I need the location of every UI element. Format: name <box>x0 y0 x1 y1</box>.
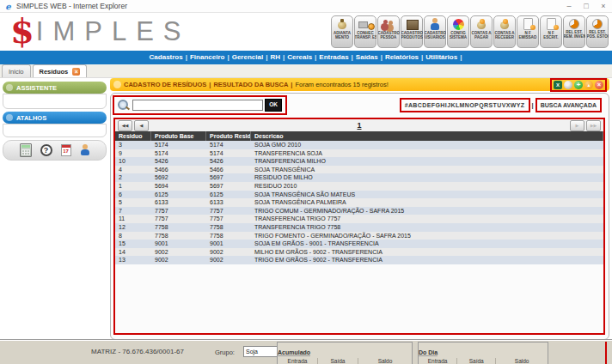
document-icon <box>520 18 536 30</box>
toolbar-button-label: PAGAR <box>471 35 493 39</box>
quick-access-toolbar: ADIANTAMENTOCONHECTRANSP. ESCRIT.CADASTR… <box>331 15 609 48</box>
table-cell: 7758 <box>206 232 251 240</box>
close-button[interactable]: × <box>595 1 612 12</box>
next-page-button[interactable]: ▶ <box>570 120 584 131</box>
prev-page-button[interactable]: ◀ <box>134 120 149 131</box>
help-icon[interactable]: ? <box>40 144 52 156</box>
table-row[interactable]: 951745174TRANSFERENCIA SOJA <box>115 149 603 158</box>
calendar-day: 17 <box>62 149 70 154</box>
table-row[interactable]: 877587758TRIGO FOMENTO - GERMINADO/RAÇÃO… <box>115 232 603 240</box>
table-cell: 7757 <box>206 215 251 223</box>
table-row[interactable]: 256925697RESIDUO DE MILHO <box>115 173 603 182</box>
toolbar-button-label: MENTO <box>332 35 353 39</box>
export-excel-icon[interactable]: X <box>554 81 562 89</box>
table-cell: 9002 <box>206 248 251 257</box>
calendar-icon[interactable]: 17 <box>61 144 71 156</box>
results-table-body: 351745174SOJA GMO 2010951745174TRANSFERE… <box>115 141 603 264</box>
sidebar-assistente-header[interactable]: ASSISTENTE <box>3 82 107 94</box>
table-row[interactable]: 1277587758TRANSFERENCIA TRIGO 7758 <box>115 223 603 232</box>
table-row[interactable]: 1054265426TRANSFERENCIA MILHO <box>115 157 603 166</box>
menu-item-utilitários[interactable]: Utilitários <box>425 53 457 61</box>
assistente-label: ASSISTENTE <box>16 84 57 92</box>
user-icon[interactable] <box>80 144 90 156</box>
table-row[interactable]: 1490029002MILHO EM GRÃOS - 9002 - TRANSF… <box>115 248 603 257</box>
advanced-search-link[interactable]: BUSCA AVANÇADA <box>536 98 602 112</box>
table-cell: 10 <box>115 157 151 166</box>
table-row[interactable]: 561336133SOJA TRANSGÊNICA PALMEIRA <box>115 198 603 207</box>
menu-item-financeiro[interactable]: Financeiro <box>190 53 224 61</box>
adiantamento-button[interactable]: ADIANTAMENTO <box>331 15 353 48</box>
table-row[interactable]: 777577757TRIGO COMUM - GERMINADO/RAÇÃO -… <box>115 207 603 215</box>
menu-item-cereais[interactable]: Cereais <box>287 53 312 61</box>
table-cell: 7758 <box>151 232 206 240</box>
table-cell: 3 <box>115 141 151 149</box>
tab-close-icon[interactable]: × <box>72 68 80 76</box>
pagination-bar: ◀◀ ◀ 1 ▶ ▶▶ <box>115 119 603 131</box>
stats-acumulado: Acumulado EntradaSaídaSaldo 29,2000,0002… <box>277 342 413 364</box>
print-icon[interactable] <box>564 81 572 89</box>
menu-item-rh[interactable]: RH <box>270 53 280 61</box>
close-panel-icon[interactable]: × <box>595 81 603 89</box>
last-page-button[interactable]: ▶▶ <box>586 120 601 131</box>
menu-separator: | <box>381 53 382 61</box>
tab-inicio[interactable]: Inicio <box>2 64 31 77</box>
rel-remessa-inventario-button[interactable]: REL EST.REM. INVENTÁRIO <box>563 15 585 48</box>
cadastro-usuarios-button[interactable]: CADASTROUSUÁRIOS <box>424 15 446 48</box>
table-cell: 6125 <box>151 191 206 199</box>
table-cell: 5694 <box>151 182 206 191</box>
config-sistema-button[interactable]: CONFIGSISTEMA <box>447 15 469 48</box>
nf-escrituracao-button[interactable]: N FESCRIT. <box>540 15 562 48</box>
table-cell: 5174 <box>151 141 206 149</box>
table-row[interactable]: 156945697RESIDUO 2010 <box>115 182 603 191</box>
conhec-transporte-button[interactable]: CONHECTRANSP. ESCRIT. <box>354 15 376 48</box>
sidebar-atalhos-header[interactable]: ATALHOS <box>3 112 107 124</box>
ok-button[interactable]: OK <box>265 99 282 112</box>
scroll-top-icon[interactable]: ▲ <box>584 81 593 89</box>
table-cell: TRIGO COMUM - GERMINADO/RAÇÃO - SAFRA 20… <box>251 207 603 215</box>
add-icon[interactable]: + <box>574 81 583 89</box>
money-bag-icon <box>334 18 350 30</box>
page-number[interactable]: 1 <box>150 121 569 130</box>
stats-title: Do Dia <box>419 349 438 356</box>
table-row[interactable]: 351745174SOJA GMO 2010 <box>115 141 603 149</box>
table-cell: MILHO EM GRÃOS - 9002 - TRANSFERENCIA <box>251 248 603 257</box>
main-panel: CADASTRO DE RESÍDUOS | RESULTADO DA BUSC… <box>110 78 609 343</box>
search-input[interactable] <box>132 100 263 111</box>
tab-residuos[interactable]: Resíduos × <box>33 64 88 77</box>
table-row[interactable]: 1390029002TRIGO EM GRÃOS - 9002 - TRANSF… <box>115 256 603 264</box>
menu-item-entradas[interactable]: Entradas <box>319 53 348 61</box>
results-table-header: ResiduoProduto BaseProduto ResiduoDescri… <box>115 131 603 141</box>
table-row[interactable]: 1177577757TRANSFERENCIA TRIGO 7757 <box>115 215 603 223</box>
maximize-button[interactable]: □ <box>578 1 595 12</box>
table-header-cell: Descricao <box>251 131 603 141</box>
menu-item-saídas[interactable]: Saídas <box>356 53 378 61</box>
table-cell: 7757 <box>206 207 251 215</box>
menu-item-gerencial[interactable]: Gerencial <box>232 53 263 61</box>
cadastro-pessoa-button[interactable]: CADASTROPESSOA <box>377 15 400 48</box>
cadastro-produtos-button[interactable]: CADASTROPRODUTOS <box>401 15 423 48</box>
rel-pos-estoque-button[interactable]: REL EST.POS. ESTOQUE <box>586 15 609 48</box>
tab-bar: Inicio Resíduos × <box>0 64 612 78</box>
table-cell: 7758 <box>151 223 206 232</box>
search-icon <box>118 100 129 111</box>
menu-item-relatórios[interactable]: Relatórios <box>385 53 419 61</box>
nf-emissao-button[interactable]: N FEMISSÃO <box>517 15 539 48</box>
calculator-icon[interactable] <box>20 143 32 157</box>
title-bar: e SIMPLES WEB - Internet Explorer – □ × <box>0 0 612 13</box>
contas-a-pagar-button[interactable]: CONTAS APAGAR <box>470 15 493 48</box>
table-row[interactable]: 1590019001SOJA EM GRÃOS - 9001 - TRANSFE… <box>115 240 603 248</box>
matriz-label: MATRIZ - 76.676.436/0001-67 <box>47 348 228 355</box>
table-row[interactable]: 454665466SOJA TRANSGÊNICA <box>115 166 603 174</box>
toolbar-button-label: SISTEMA <box>448 35 469 39</box>
first-page-button[interactable]: ◀◀ <box>118 120 132 131</box>
contas-a-receber-button[interactable]: CONTAS ARECEBER <box>493 15 516 48</box>
table-header-cell: Residuo <box>115 131 151 141</box>
table-cell: 9001 <box>206 240 251 248</box>
table-cell: TRIGO FOMENTO - GERMINADO/RAÇÃO - SAFRA … <box>251 232 603 240</box>
menu-separator: | <box>283 53 285 61</box>
menu-item-cadastros[interactable]: Cadastros <box>150 53 183 61</box>
minimize-button[interactable]: – <box>560 1 578 12</box>
table-cell: RESIDUO 2010 <box>251 182 603 191</box>
table-row[interactable]: 661256125SOJA TRANSGÊNICA SÃO MATEUS <box>115 191 603 199</box>
alphabet-filter[interactable]: #ABCDEFGHIJKLMNOPQRSTUVXWYZ <box>400 98 530 112</box>
